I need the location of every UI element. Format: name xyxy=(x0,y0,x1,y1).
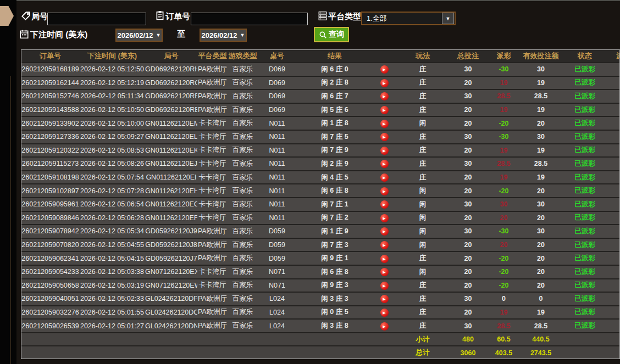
play-video-icon[interactable]: ▶ xyxy=(380,282,389,290)
cell-result: 闲 5 庄 6 xyxy=(296,103,373,117)
cell-platform: 卡卡湾厅 xyxy=(197,171,228,184)
table-row: 2602120591339022026-02-12 05:10:00GN0112… xyxy=(21,116,620,130)
cell-time: 2026-02-12 05:01:27 xyxy=(79,319,145,333)
round-input[interactable] xyxy=(47,13,146,25)
search-button[interactable]: 查询 xyxy=(314,27,349,42)
grand-total-row: 总计 3060 403.5 2743.5 xyxy=(21,346,620,359)
cell-tableno: D059 xyxy=(258,225,296,238)
cell-status: 已派彩 xyxy=(560,116,610,130)
date-from-picker[interactable]: 2026/02/12▼ xyxy=(115,29,163,42)
play-video-icon[interactable]: ▶ xyxy=(380,295,389,303)
cell-tableno: D069 xyxy=(258,76,296,90)
table-row: 2602120590265392026-02-12 05:01:27GL0242… xyxy=(21,319,620,333)
cell-validbet: 28.5 xyxy=(522,319,560,333)
order-input[interactable] xyxy=(191,13,308,25)
cell-result: 闲 9 庄 1 xyxy=(296,251,373,265)
cell-validbet: 28.5 xyxy=(522,89,560,103)
play-video-icon[interactable]: ▶ xyxy=(380,200,389,209)
table-row: 2602120590506582026-02-12 05:03:19GN0712… xyxy=(21,279,620,293)
subtotal-spacer-end xyxy=(560,333,620,346)
cell-time: 2026-02-12 05:07:54 xyxy=(79,171,145,184)
play-video-icon[interactable]: ▶ xyxy=(380,147,389,155)
play-video-icon[interactable]: ▶ xyxy=(380,268,389,276)
cell-game: 百家乐 xyxy=(228,89,258,103)
cell-cut xyxy=(610,238,620,252)
cell-status: 已派彩 xyxy=(560,211,610,225)
bet-records-table: 订单号 下注时间 (美东) 局号 平台类型 游戏类型 桌号 结果 玩法 总投注 … xyxy=(21,49,620,359)
cell-playtype: 闲 xyxy=(395,211,450,225)
col-round: 局号 xyxy=(145,50,197,63)
cell-payout: -20 xyxy=(486,116,522,130)
date-to-picker[interactable]: 2026/02/12▼ xyxy=(200,29,247,42)
cell-tableno: D059 xyxy=(258,238,296,252)
cell-round: GN011262120EL xyxy=(145,130,197,144)
cell-round: GN071262120EW xyxy=(145,279,197,293)
cell-time: 2026-02-12 05:04:55 xyxy=(79,238,145,252)
play-video-icon[interactable]: ▶ xyxy=(380,227,389,236)
play-video-icon[interactable]: ▶ xyxy=(380,120,389,128)
cell-result: 闲 1 庄 8 xyxy=(296,116,373,130)
cell-platform: PA欧洲厅 xyxy=(197,238,228,252)
cell-playicon: ▶ xyxy=(373,306,395,320)
cell-game: 百家乐 xyxy=(228,238,258,252)
play-video-icon[interactable]: ▶ xyxy=(380,309,389,317)
cell-payout: 19 xyxy=(486,171,522,184)
cell-order: 260212059026539 xyxy=(21,319,79,333)
cell-playtype: 庄 xyxy=(395,103,450,117)
cell-order: 260212059040051 xyxy=(21,292,79,306)
col-bet-time: 下注时间 (美东) xyxy=(79,50,145,63)
play-video-icon[interactable]: ▶ xyxy=(380,241,389,249)
platform-type-select[interactable]: 1.全部 ▼ xyxy=(361,12,456,25)
play-video-icon[interactable]: ▶ xyxy=(380,255,389,263)
cell-playtype: 庄 xyxy=(395,130,450,144)
cell-cut xyxy=(610,265,620,279)
cell-game: 百家乐 xyxy=(228,144,258,158)
col-total-bet: 总投注 xyxy=(450,50,486,63)
cell-totalbet: 20 xyxy=(450,184,486,198)
play-video-icon[interactable]: ▶ xyxy=(380,322,389,331)
play-video-icon[interactable]: ▶ xyxy=(380,106,389,114)
cell-payout: 19 xyxy=(486,103,522,117)
play-video-icon[interactable]: ▶ xyxy=(380,79,389,87)
chevron-down-icon: ▼ xyxy=(156,32,161,38)
cell-status: 已派彩 xyxy=(560,157,610,171)
play-video-icon[interactable]: ▶ xyxy=(380,92,389,100)
cell-status: 已派彩 xyxy=(560,238,610,252)
cell-round: GD069262120RH xyxy=(145,63,197,76)
cell-playicon: ▶ xyxy=(373,198,395,211)
play-video-icon[interactable]: ▶ xyxy=(380,214,389,222)
cell-game: 百家乐 xyxy=(228,279,258,293)
grand-total-valid-bet: 2743.5 xyxy=(522,346,560,359)
cell-round: GD059262120J9 xyxy=(145,225,197,238)
play-video-icon[interactable]: ▶ xyxy=(380,133,389,141)
cell-status: 已派彩 xyxy=(560,319,610,333)
cell-playtype: 闲 xyxy=(395,238,450,252)
calendar-icon xyxy=(19,29,29,39)
play-video-icon[interactable]: ▶ xyxy=(380,160,389,168)
cell-totalbet: 30 xyxy=(450,89,486,103)
cell-round: GN011262120EI xyxy=(145,171,197,184)
cell-payout: 19 xyxy=(486,306,522,320)
cell-round: GN071262120EX xyxy=(145,265,197,279)
cell-totalbet: 20 xyxy=(450,211,486,225)
cell-cut xyxy=(610,292,620,306)
play-video-icon[interactable]: ▶ xyxy=(380,187,389,195)
table-row: 2602120590623412026-02-12 05:04:15GD0592… xyxy=(21,251,620,265)
cell-cut xyxy=(610,211,620,225)
chevron-down-icon[interactable]: ▼ xyxy=(442,13,454,24)
bet-time-label: 下注时间 (美东) xyxy=(30,30,87,40)
play-video-icon[interactable]: ▶ xyxy=(380,65,389,74)
cell-game: 百家乐 xyxy=(228,306,258,320)
col-order: 订单号 xyxy=(21,50,79,63)
subtotal-payout: 60.5 xyxy=(486,333,522,346)
cell-playicon: ▶ xyxy=(373,130,395,144)
cell-playtype: 庄 xyxy=(395,279,450,293)
cell-playicon: ▶ xyxy=(373,171,395,184)
grand-total-spacer-end xyxy=(560,346,620,359)
cell-result: 闲 6 庄 0 xyxy=(296,63,373,76)
cell-time: 2026-02-12 05:09:27 xyxy=(79,130,145,144)
play-video-icon[interactable]: ▶ xyxy=(380,173,389,182)
cell-totalbet: 30 xyxy=(450,63,486,76)
cell-payout: 28.5 xyxy=(486,319,522,333)
cell-tableno: D069 xyxy=(258,89,296,103)
